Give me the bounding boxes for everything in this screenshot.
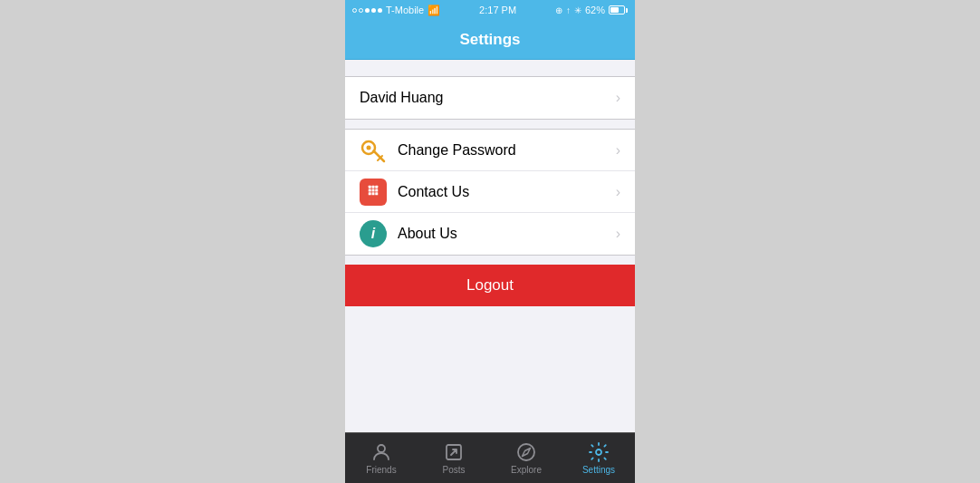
contact-us-chevron: › [616,184,620,200]
battery-indicator [609,5,628,14]
status-left: T-Mobile 📶 [352,5,440,16]
tab-bar: Friends Posts Explore Settings [345,432,635,483]
status-right: ⊕ ↑ ✳ 62% [555,5,628,15]
location-icon: ⊕ [555,5,562,15]
explore-icon [515,441,537,463]
contact-us-row[interactable]: Contact Us › [345,171,635,213]
svg-rect-9 [369,188,371,191]
bluetooth-icon: ✳ [574,5,581,15]
svg-rect-11 [375,188,378,191]
svg-rect-12 [369,192,371,195]
wifi-icon: 📶 [428,5,440,16]
change-password-row[interactable]: Change Password › [345,130,635,171]
about-us-label: About Us [398,226,616,242]
profile-name: David Huang [360,90,444,106]
logout-section: Logout [345,265,635,306]
signal-dot-3 [365,8,370,13]
tab-explore-label: Explore [511,465,542,475]
svg-rect-14 [375,192,378,195]
tab-posts[interactable]: Posts [418,433,490,483]
svg-point-15 [378,445,385,452]
svg-rect-10 [372,188,375,191]
svg-point-18 [596,449,601,455]
signal-dot-1 [352,8,357,13]
svg-point-17 [518,444,534,460]
signal-dot-2 [359,8,363,13]
settings-icon [588,441,610,463]
change-password-label: Change Password [398,142,616,159]
signal-dot-5 [378,8,382,13]
nav-title: Settings [459,31,520,49]
posts-icon [443,441,465,463]
tab-explore[interactable]: Explore [490,433,562,483]
contact-icon [360,179,387,206]
arrow-icon: ↑ [566,5,571,15]
about-us-chevron: › [616,226,620,242]
carrier-label: T-Mobile [386,5,424,15]
menu-section: Change Password › [345,129,635,256]
tab-friends[interactable]: Friends [345,433,418,483]
profile-chevron: › [616,90,620,106]
phone-frame: T-Mobile 📶 2:17 PM ⊕ ↑ ✳ 62% Settings Da… [345,0,635,483]
content-area: David Huang › Change Password › [345,60,635,432]
svg-line-3 [380,156,382,158]
tab-settings[interactable]: Settings [562,433,635,483]
svg-point-1 [367,145,371,150]
svg-rect-6 [369,185,371,188]
svg-rect-13 [372,192,375,195]
about-us-row[interactable]: i About Us › [345,213,635,255]
friends-icon [370,441,392,463]
logout-button[interactable]: Logout [345,265,635,306]
status-bar: T-Mobile 📶 2:17 PM ⊕ ↑ ✳ 62% [345,0,635,20]
time-display: 2:17 PM [479,5,516,15]
nav-bar: Settings [345,20,635,60]
tab-friends-label: Friends [366,465,396,475]
tab-posts-label: Posts [442,465,465,475]
signal-dot-4 [371,8,376,13]
svg-rect-7 [372,185,375,188]
change-password-chevron: › [616,142,620,159]
profile-row[interactable]: David Huang › [345,77,635,119]
profile-section: David Huang › [345,76,635,120]
battery-percent: 62% [585,5,605,15]
signal-dots [352,8,382,13]
key-icon [360,137,387,164]
contact-us-label: Contact Us [398,184,616,200]
bottom-spacer [345,306,635,361]
svg-line-4 [378,159,380,160]
info-icon: i [360,220,387,247]
svg-rect-8 [375,185,378,188]
tab-settings-label: Settings [582,465,615,475]
